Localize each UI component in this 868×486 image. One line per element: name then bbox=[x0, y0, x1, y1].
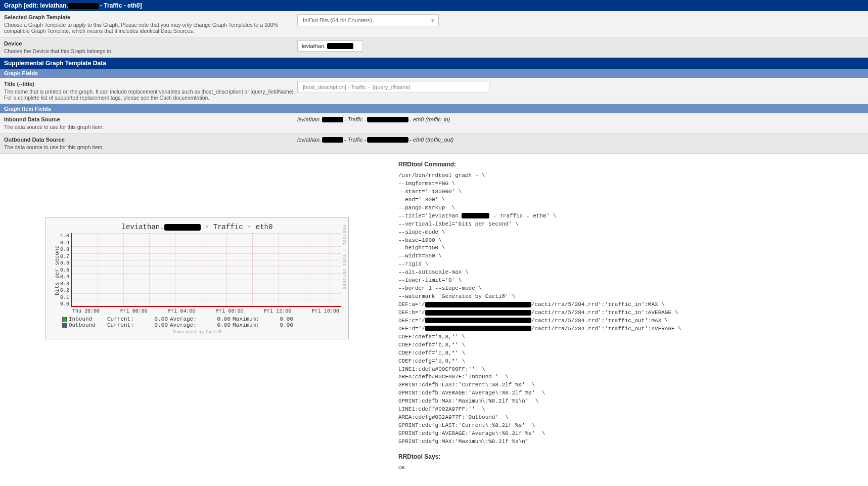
cmd-line: /usr/bin/rrdtool graph - \ bbox=[398, 172, 864, 180]
legend: InboundCurrent:0.00Average:0.00Maximum:0… bbox=[53, 316, 341, 328]
cmd-line: --lower-limit='0' \ bbox=[398, 277, 864, 285]
cmd-line: --slope-mode \ bbox=[398, 229, 864, 237]
x-tick: Fri 12:00 bbox=[264, 308, 291, 314]
legend-label: Current: bbox=[107, 322, 140, 328]
y-tick: 0.5 bbox=[60, 268, 69, 273]
graph-template-select[interactable]: In/Out Bits (64-bit Counters) bbox=[297, 14, 439, 26]
y-tick: 0.3 bbox=[60, 281, 69, 287]
cmd-line: LINE1:cdefa#00CF00FF:'' \ bbox=[398, 366, 864, 374]
y-axis-label: bits per second bbox=[53, 233, 60, 307]
graph-side-label: RRDTOOL / TOBI OETIKER bbox=[342, 225, 347, 290]
graph-template-desc: Choose a Graph Template to apply to this… bbox=[4, 22, 297, 34]
device-desc: Choose the Device that this Graph belong… bbox=[4, 48, 297, 54]
legend-label: Average: bbox=[170, 316, 202, 322]
header-prefix: Graph [edit: leviathan. bbox=[4, 2, 68, 9]
cmd-line: AREA:cdefg#002A977F:'Outbound' \ bbox=[398, 414, 864, 422]
rrd-command-title: RRDtool Command: bbox=[398, 161, 864, 168]
cmd-line: DEF:a='//cacti/rra/5/284.rrd':'traffic_i… bbox=[398, 301, 864, 309]
header-redact bbox=[68, 3, 99, 9]
y-tick: 0.1 bbox=[60, 295, 69, 300]
cmd-line: DEF:c='//cacti/rra/5/284.rrd':'traffic_o… bbox=[398, 317, 864, 325]
supplemental-header: Supplemental Graph Template Data bbox=[0, 58, 868, 69]
cmd-line: --title='leviathan. - Traffic - eth0' \ bbox=[398, 212, 864, 220]
legend-swatch bbox=[62, 317, 67, 322]
title-label: Title (--title) bbox=[4, 81, 297, 87]
cmd-line: --start='-180000' \ bbox=[398, 188, 864, 196]
inbound-desc: The data source to use for this graph it… bbox=[4, 124, 297, 130]
cmd-redact bbox=[425, 318, 531, 323]
outbound-desc: The data source to use for this graph it… bbox=[4, 144, 297, 150]
legend-label: Maximum: bbox=[233, 316, 265, 322]
title-input[interactable] bbox=[297, 81, 489, 93]
cmd-line: --vertical-label='bits per second' \ bbox=[398, 220, 864, 229]
legend-value: 0.00 bbox=[142, 316, 168, 322]
graph-pane: RRDTOOL / TOBI OETIKER leviathan. - Traf… bbox=[0, 157, 394, 474]
command-pane: RRDtool Command: /usr/bin/rrdtool graph … bbox=[394, 157, 868, 474]
legend-label: Average: bbox=[170, 322, 202, 328]
legend-value: 0.00 bbox=[204, 322, 231, 328]
graph-image: RRDTOOL / TOBI OETIKER leviathan. - Traf… bbox=[45, 217, 349, 339]
legend-value: 0.00 bbox=[267, 322, 293, 328]
row-graph-template: Selected Graph Template Choose a Graph T… bbox=[0, 11, 868, 37]
page-header: Graph [edit: leviathan. - Traffic - eth0… bbox=[0, 0, 868, 11]
legend-label: Current: bbox=[107, 316, 140, 322]
y-tick: 0.8 bbox=[60, 247, 69, 252]
graph-template-value: In/Out Bits (64-bit Counters) bbox=[303, 17, 372, 23]
inbound-redact2 bbox=[367, 117, 408, 122]
device-prefix: leviathan. bbox=[302, 43, 326, 49]
cmd-line: --base=1000 \ bbox=[398, 237, 864, 245]
cmd-redact bbox=[425, 310, 531, 316]
legend-label: Maximum: bbox=[233, 322, 265, 328]
title-value[interactable] bbox=[302, 83, 485, 91]
cmd-line: CDEF:cdeff='c,8,*' \ bbox=[398, 349, 864, 358]
y-tick: 0.2 bbox=[60, 288, 69, 293]
cmd-line: GPRINT:cdefg:MAX:'Maximum\:%8.2lf %s\n' bbox=[398, 438, 864, 446]
device-redact bbox=[327, 43, 353, 49]
x-tick: Fri 04:00 bbox=[168, 308, 196, 314]
outbound-redact1 bbox=[322, 137, 343, 143]
legend-value: 0.00 bbox=[142, 322, 168, 328]
legend-swatch bbox=[62, 323, 67, 328]
y-tick: 0.4 bbox=[60, 274, 69, 280]
cmd-line: --border 1 --slope-mode \ bbox=[398, 285, 864, 293]
cmd-line: GPRINT:cdefg:AVERAGE:'Average\:%8.2lf %s… bbox=[398, 430, 864, 438]
cmd-redact bbox=[425, 302, 531, 307]
row-inbound: Inbound Data Source The data source to u… bbox=[0, 113, 868, 134]
graph-fields-header: Graph Fields bbox=[0, 69, 868, 78]
y-tick: 1.0 bbox=[60, 233, 69, 239]
plot-area bbox=[71, 233, 341, 307]
cmd-line: GPRINT:cdefg:LAST:'Current\:%8.2lf %s' \ bbox=[398, 422, 864, 430]
cmd-line: GPRINT:cdefb:MAX:'Maximum\:%8.2lf %s\n' … bbox=[398, 397, 864, 406]
x-ticks: Thu 20:00Fri 00:00Fri 04:00Fri 08:00Fri … bbox=[53, 308, 341, 314]
x-tick: Fri 00:00 bbox=[120, 308, 148, 314]
y-tick: 0.0 bbox=[60, 301, 69, 307]
cmd-line: --rigid \ bbox=[398, 260, 864, 269]
rrd-command-text: /usr/bin/rrdtool graph - \--imgformat=PN… bbox=[398, 172, 864, 446]
inbound-label: Inbound Data Source bbox=[4, 116, 297, 122]
graph-title-redact bbox=[164, 224, 201, 231]
row-outbound: Outbound Data Source The data source to … bbox=[0, 134, 868, 154]
cmd-line: CDEF:cdefb='b,8,*' \ bbox=[398, 341, 864, 349]
device-input[interactable]: leviathan. bbox=[297, 40, 363, 52]
outbound-redact2 bbox=[367, 137, 408, 143]
y-tick: 0.9 bbox=[60, 240, 69, 246]
cmd-line: DEF:b='//cacti/rra/5/284.rrd':'traffic_i… bbox=[398, 309, 864, 317]
legend-value: 0.00 bbox=[204, 316, 231, 322]
rrd-says-value: OK bbox=[398, 464, 864, 472]
inbound-value: leviathan. - Traffic - - eth0 (traffic_i… bbox=[297, 116, 450, 122]
cmd-line: CDEF:cdefa='a,8,*' \ bbox=[398, 333, 864, 341]
row-title: Title (--title) The name that is printed… bbox=[0, 78, 868, 104]
bottom-zone: RRDTOOL / TOBI OETIKER leviathan. - Traf… bbox=[0, 154, 868, 477]
outbound-label: Outbound Data Source bbox=[4, 137, 297, 143]
y-tick: 0.7 bbox=[60, 254, 69, 259]
legend-name: Outbound bbox=[69, 322, 105, 328]
cmd-line: CDEF:cdefg='d,8,*' \ bbox=[398, 358, 864, 366]
cmd-line: LINE1:cdeff#002A97FF:'' \ bbox=[398, 406, 864, 414]
cmd-line: --width=550 \ bbox=[398, 252, 864, 260]
graph-item-fields-header: Graph Item Fields bbox=[0, 104, 868, 113]
x-tick: Fri 08:00 bbox=[216, 308, 243, 314]
cmd-line: --pango-markup \ bbox=[398, 204, 864, 212]
cmd-line: --watermark 'Generated by Cacti®' \ bbox=[398, 293, 864, 301]
cmd-line: --end='-300' \ bbox=[398, 196, 864, 204]
cmd-line: DEF:d='//cacti/rra/5/284.rrd':'traffic_o… bbox=[398, 325, 864, 333]
